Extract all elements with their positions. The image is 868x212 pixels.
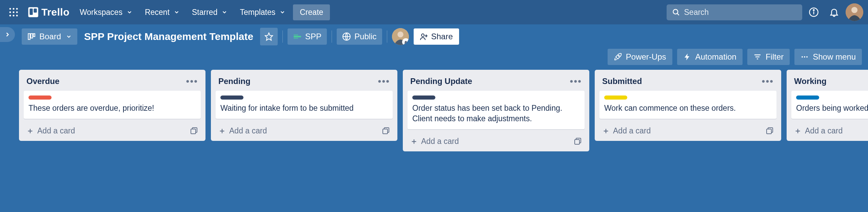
search-input[interactable] (684, 8, 797, 17)
card[interactable]: Orders being worked on. (791, 91, 868, 119)
list-title[interactable]: Pending Update (410, 77, 472, 86)
list-title[interactable]: Working (794, 77, 827, 86)
card-text: Waiting for intake form to be submitted (220, 103, 388, 113)
list: Pending•••Waiting for intake form to be … (211, 70, 397, 141)
card-template-icon[interactable] (766, 127, 774, 135)
star-button[interactable] (260, 28, 278, 45)
card[interactable]: Order status has been set back to Pendin… (408, 91, 585, 129)
info-icon[interactable] (805, 3, 823, 21)
board-header: Board SPP Project Management Template SP… (0, 24, 868, 47)
svg-point-8 (16, 15, 18, 17)
plus-icon (26, 127, 34, 135)
share-button[interactable]: Share (414, 28, 459, 45)
board-member-avatar[interactable] (392, 28, 409, 45)
svg-rect-10 (29, 8, 33, 15)
list-header: Submitted••• (599, 75, 776, 91)
list-title[interactable]: Overdue (26, 77, 59, 86)
app-switcher-icon[interactable] (5, 3, 22, 21)
chevron-down-icon (174, 9, 180, 15)
svg-point-16 (813, 9, 814, 10)
svg-rect-23 (294, 36, 301, 37)
automation-button[interactable]: Automation (677, 49, 743, 65)
templates-menu[interactable]: Templates (235, 5, 290, 20)
chevron-down-icon (221, 9, 228, 15)
card-template-icon[interactable] (190, 127, 198, 135)
visibility-button[interactable]: Public (337, 28, 382, 45)
list-header: Pending••• (216, 75, 393, 91)
add-card-button[interactable]: Add a card (410, 137, 459, 146)
svg-point-36 (802, 56, 803, 58)
card[interactable]: Waiting for intake form to be submitted (216, 91, 393, 119)
svg-point-3 (9, 12, 11, 13)
workspace-badge[interactable]: SPP (288, 28, 327, 45)
add-card-button[interactable]: Add a card (602, 126, 651, 135)
list: Submitted•••Work can commence on these o… (595, 70, 781, 141)
svg-point-18 (851, 7, 857, 13)
plus-icon (218, 127, 226, 135)
svg-point-2 (16, 8, 18, 10)
card-label[interactable] (412, 96, 435, 100)
add-card-button[interactable]: Add a card (794, 126, 843, 135)
chevron-down-icon (279, 9, 285, 15)
board-actions-bar: Power-Ups Automation Filter Show menu (0, 47, 868, 70)
list-header: Overdue••• (24, 75, 201, 91)
card-text: Order status has been set back to Pendin… (412, 103, 580, 124)
add-card-button[interactable]: Add a card (26, 126, 75, 135)
card-label[interactable] (28, 96, 52, 100)
svg-point-6 (9, 15, 11, 17)
create-button[interactable]: Create (293, 4, 330, 20)
board-canvas[interactable]: Overdue•••These orders are overdue, prio… (0, 70, 868, 151)
expand-sidebar-button[interactable] (0, 27, 15, 42)
list-footer: Add a card (599, 123, 776, 138)
filter-button[interactable]: Filter (747, 49, 790, 65)
card-label[interactable] (220, 96, 243, 100)
card[interactable]: These orders are overdue, prioritize! (24, 91, 201, 119)
search-box[interactable] (667, 4, 802, 20)
list-menu-icon[interactable]: ••• (762, 76, 774, 87)
svg-rect-50 (767, 129, 771, 134)
list-menu-icon[interactable]: ••• (570, 76, 582, 87)
workspaces-menu[interactable]: Workspaces (75, 5, 137, 20)
svg-line-13 (677, 14, 679, 15)
list-title[interactable]: Pending (218, 77, 251, 86)
board-title[interactable]: SPP Project Management Template (82, 31, 255, 42)
top-navigation: Trello Workspaces Recent Starred Templat… (0, 0, 868, 24)
show-menu-button[interactable]: Show menu (794, 49, 862, 65)
svg-rect-25 (294, 38, 298, 39)
recent-menu[interactable]: Recent (140, 5, 184, 20)
divider (282, 30, 283, 43)
user-avatar[interactable] (846, 3, 863, 21)
svg-point-37 (804, 56, 805, 58)
list-title[interactable]: Submitted (602, 77, 642, 86)
add-card-button[interactable]: Add a card (218, 126, 267, 135)
svg-rect-24 (294, 35, 298, 36)
power-ups-button[interactable]: Power-Ups (608, 49, 672, 65)
plus-icon (794, 127, 802, 135)
svg-rect-20 (31, 34, 33, 38)
svg-marker-22 (265, 33, 273, 40)
trello-logo[interactable]: Trello (25, 6, 72, 18)
globe-icon (342, 32, 351, 41)
card-text: Work can commence on these orders. (604, 103, 772, 113)
plus-icon (602, 127, 610, 135)
workspace-icon (293, 32, 302, 41)
svg-point-4 (13, 12, 15, 13)
starred-menu[interactable]: Starred (187, 5, 232, 20)
list-menu-icon[interactable]: ••• (186, 76, 198, 87)
filter-icon (753, 53, 762, 61)
divider (332, 30, 332, 43)
card-label[interactable] (604, 96, 627, 100)
list-menu-icon[interactable]: ••• (378, 76, 390, 87)
chevron-right-icon (4, 31, 11, 38)
notifications-icon[interactable] (825, 3, 843, 21)
logo-text: Trello (41, 6, 70, 18)
chevron-down-icon (66, 34, 72, 40)
card-template-icon[interactable] (574, 137, 582, 146)
card-label[interactable] (796, 96, 819, 100)
svg-rect-21 (33, 34, 35, 37)
chevron-down-icon (126, 9, 133, 15)
view-switcher[interactable]: Board (22, 28, 77, 45)
card-template-icon[interactable] (382, 127, 390, 135)
svg-rect-41 (191, 129, 196, 134)
card[interactable]: Work can commence on these orders. (599, 91, 776, 119)
